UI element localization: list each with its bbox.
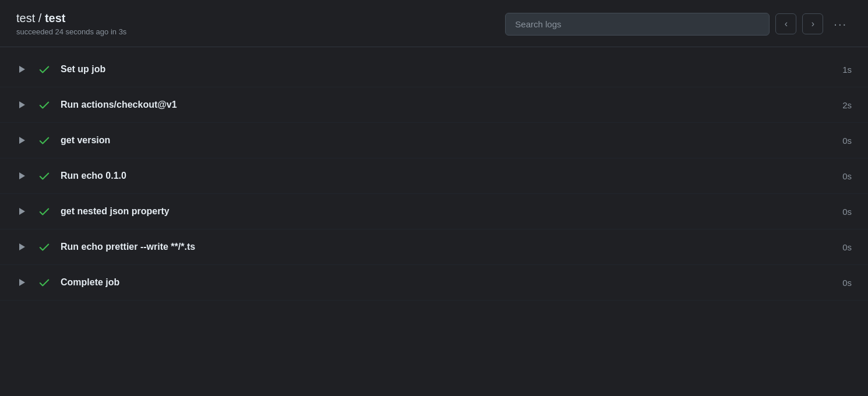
status-check-icon — [37, 98, 51, 112]
job-name: get version — [61, 135, 828, 146]
job-name: get nested json property — [61, 206, 828, 217]
job-name: Run echo prettier --write **/*.ts — [61, 242, 828, 252]
job-name: Run actions/checkout@v1 — [61, 100, 828, 110]
job-item[interactable]: get nested json property 0s — [0, 194, 868, 229]
job-duration: 0s — [828, 242, 852, 252]
next-button[interactable]: › — [802, 13, 823, 34]
expand-button[interactable] — [16, 99, 28, 111]
more-icon: ··· — [834, 18, 847, 30]
job-item[interactable]: Run echo prettier --write **/*.ts 0s — [0, 229, 868, 265]
job-duration: 0s — [828, 136, 852, 146]
status-check-icon — [37, 204, 51, 218]
app-container: test / test succeeded 24 seconds ago in … — [0, 0, 868, 305]
header-right: ‹ › ··· — [505, 13, 852, 36]
job-list: Set up job 1s Run actions/checkout@v1 2s — [0, 47, 868, 305]
job-name: Run echo 0.1.0 — [61, 171, 828, 181]
more-options-button[interactable]: ··· — [829, 16, 852, 32]
job-item[interactable]: get version 0s — [0, 123, 868, 158]
status-check-icon — [37, 133, 51, 147]
expand-triangle-icon — [19, 66, 25, 73]
expand-button[interactable] — [16, 206, 28, 217]
expand-button[interactable] — [16, 63, 28, 75]
job-name: Complete job — [61, 277, 828, 288]
expand-button[interactable] — [16, 277, 28, 288]
job-item[interactable]: Run actions/checkout@v1 2s — [0, 87, 868, 123]
expand-button[interactable] — [16, 135, 28, 146]
status-check-icon — [37, 275, 51, 289]
search-logs-input[interactable] — [505, 13, 770, 36]
job-item[interactable]: Set up job 1s — [0, 52, 868, 87]
status-check-icon — [37, 169, 51, 183]
expand-triangle-icon — [19, 279, 25, 286]
expand-triangle-icon — [19, 208, 25, 215]
prev-button[interactable]: ‹ — [775, 13, 796, 34]
expand-triangle-icon — [19, 172, 25, 179]
expand-triangle-icon — [19, 243, 25, 250]
next-icon: › — [811, 19, 814, 29]
job-status-subtitle: succeeded 24 seconds ago in 3s — [16, 27, 126, 36]
job-duration: 2s — [828, 100, 852, 110]
title-prefix: test / — [16, 12, 45, 24]
status-check-icon — [37, 240, 51, 254]
job-name: Set up job — [61, 64, 828, 75]
prev-icon: ‹ — [785, 19, 788, 29]
job-duration: 0s — [828, 171, 852, 181]
expand-triangle-icon — [19, 137, 25, 144]
page-title: test / test — [16, 12, 126, 25]
expand-triangle-icon — [19, 101, 25, 108]
expand-button[interactable] — [16, 241, 28, 253]
header: test / test succeeded 24 seconds ago in … — [0, 0, 868, 47]
title-bold: test — [45, 12, 66, 24]
job-duration: 0s — [828, 278, 852, 288]
header-left: test / test succeeded 24 seconds ago in … — [16, 12, 126, 36]
expand-button[interactable] — [16, 170, 28, 182]
job-duration: 1s — [828, 65, 852, 75]
job-item[interactable]: Run echo 0.1.0 0s — [0, 158, 868, 194]
job-item[interactable]: Complete job 0s — [0, 265, 868, 300]
status-check-icon — [37, 62, 51, 76]
job-duration: 0s — [828, 207, 852, 217]
